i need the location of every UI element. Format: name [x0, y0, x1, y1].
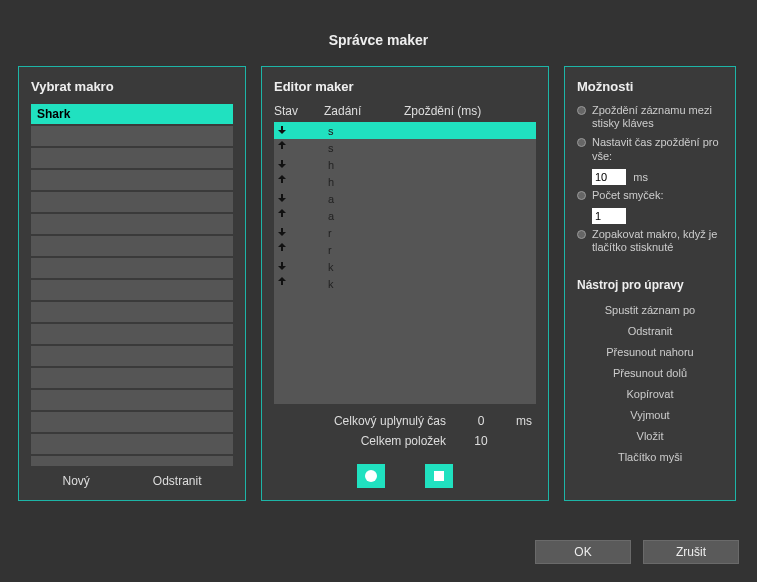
elapsed-unit: ms	[516, 414, 536, 428]
cancel-button[interactable]: Zrušit	[643, 540, 739, 564]
editor-row[interactable]: a	[274, 207, 536, 224]
macro-row[interactable]	[31, 258, 233, 278]
items-label: Celkem položek	[361, 434, 446, 448]
editor-row[interactable]: s	[274, 139, 536, 156]
new-macro-button[interactable]: Nový	[62, 474, 89, 488]
options-panel: Možnosti Zpoždění záznamu mezi stisky kl…	[564, 66, 736, 501]
macro-row[interactable]	[31, 346, 233, 366]
opt-set-delay-all[interactable]: Nastavit čas zpoždění pro vše:	[577, 136, 723, 162]
elapsed-value: 0	[466, 414, 496, 428]
tool-item[interactable]: Vyjmout	[577, 409, 723, 421]
macro-list[interactable]: Shark	[31, 104, 233, 466]
macro-row[interactable]	[31, 126, 233, 146]
editor-row[interactable]: r	[274, 224, 536, 241]
editor-row[interactable]: a	[274, 190, 536, 207]
record-icon	[365, 470, 377, 482]
key-label: a	[328, 193, 408, 205]
delete-macro-button[interactable]: Odstranit	[153, 474, 202, 488]
options-heading: Možnosti	[577, 79, 723, 94]
keyup-icon	[278, 209, 290, 221]
keydown-icon	[278, 260, 290, 272]
keydown-icon	[278, 124, 290, 136]
macro-row[interactable]	[31, 214, 233, 234]
keyup-icon	[278, 141, 290, 153]
macro-row[interactable]	[31, 236, 233, 256]
tool-item[interactable]: Odstranit	[577, 325, 723, 337]
keyup-icon	[278, 175, 290, 187]
macro-row[interactable]	[31, 302, 233, 322]
key-label: r	[328, 244, 408, 256]
editor-heading: Editor maker	[274, 79, 536, 94]
keydown-icon	[278, 192, 290, 204]
key-label: r	[328, 227, 408, 239]
key-label: s	[328, 142, 408, 154]
keydown-icon	[278, 158, 290, 170]
opt-delay-between[interactable]: Zpoždění záznamu mezi stisky kláves	[577, 104, 723, 130]
macro-row[interactable]: Shark	[31, 104, 233, 124]
col-state-header: Stav	[274, 104, 324, 118]
key-label: h	[328, 176, 408, 188]
keyup-icon	[278, 277, 290, 289]
macro-row[interactable]	[31, 324, 233, 344]
editor-panel: Editor maker Stav Zadání Zpoždění (ms) s…	[261, 66, 549, 501]
editor-row[interactable]: s	[274, 122, 536, 139]
opt-loop-count[interactable]: Počet smyček:	[577, 189, 723, 202]
radio-icon	[577, 138, 586, 147]
tool-item[interactable]: Kopírovat	[577, 388, 723, 400]
macro-row[interactable]	[31, 412, 233, 432]
loop-count-input[interactable]	[592, 208, 626, 224]
radio-icon	[577, 191, 586, 200]
macro-row[interactable]	[31, 368, 233, 388]
macro-list-panel: Vybrat makro Shark Nový Odstranit	[18, 66, 246, 501]
editor-list[interactable]: sshhaarrkk	[274, 122, 536, 404]
radio-icon	[577, 106, 586, 115]
radio-icon	[577, 230, 586, 239]
stop-button[interactable]	[425, 464, 453, 488]
record-button[interactable]	[357, 464, 385, 488]
editor-row[interactable]: r	[274, 241, 536, 258]
delay-all-input[interactable]	[592, 169, 626, 185]
editor-row[interactable]: k	[274, 275, 536, 292]
elapsed-label: Celkový uplynulý čas	[334, 414, 446, 428]
col-input-header: Zadání	[324, 104, 404, 118]
key-label: a	[328, 210, 408, 222]
macro-row[interactable]	[31, 148, 233, 168]
ok-button[interactable]: OK	[535, 540, 631, 564]
macro-row[interactable]	[31, 434, 233, 454]
key-label: s	[328, 125, 408, 137]
opt-repeat-held[interactable]: Zopakovat makro, když je tlačítko stiskn…	[577, 228, 723, 254]
tool-item[interactable]: Přesunout nahoru	[577, 346, 723, 358]
keyup-icon	[278, 243, 290, 255]
editor-row[interactable]: h	[274, 173, 536, 190]
editor-row[interactable]: h	[274, 156, 536, 173]
tool-item[interactable]: Tlačítko myši	[577, 451, 723, 463]
tool-item[interactable]: Přesunout dolů	[577, 367, 723, 379]
editor-row[interactable]: k	[274, 258, 536, 275]
macro-list-heading: Vybrat makro	[31, 79, 233, 94]
delay-all-unit: ms	[633, 171, 648, 183]
key-label: k	[328, 261, 408, 273]
macro-row[interactable]	[31, 170, 233, 190]
items-value: 10	[466, 434, 496, 448]
editor-totals: Celkový uplynulý čas 0 ms Celkem položek…	[274, 414, 536, 454]
stop-icon	[434, 471, 444, 481]
tools-heading: Nástroj pro úpravy	[577, 278, 723, 292]
editor-header: Stav Zadání Zpoždění (ms)	[274, 104, 536, 118]
macro-row[interactable]	[31, 192, 233, 212]
keydown-icon	[278, 226, 290, 238]
macro-row[interactable]	[31, 390, 233, 410]
tool-item[interactable]: Spustit záznam po	[577, 304, 723, 316]
dialog-title: Správce maker	[0, 0, 757, 66]
key-label: k	[328, 278, 408, 290]
tool-item[interactable]: Vložit	[577, 430, 723, 442]
macro-row[interactable]	[31, 456, 233, 466]
col-delay-header: Zpoždění (ms)	[404, 104, 536, 118]
key-label: h	[328, 159, 408, 171]
macro-row[interactable]	[31, 280, 233, 300]
